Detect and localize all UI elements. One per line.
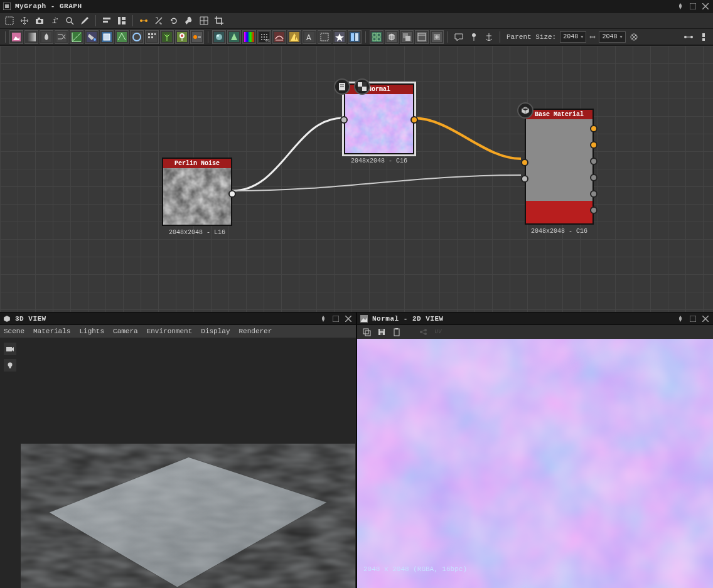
link-icon[interactable] <box>137 14 151 28</box>
info-icon[interactable]: i <box>48 14 62 28</box>
grid-node-icon[interactable] <box>145 30 159 44</box>
close-icon[interactable] <box>700 314 710 324</box>
shuffle-node-icon[interactable] <box>55 30 68 44</box>
menu-display[interactable]: Display <box>201 328 230 335</box>
cone-node-icon[interactable] <box>227 30 241 44</box>
box-node-icon[interactable] <box>385 30 399 44</box>
connector-mode-icon[interactable] <box>682 30 695 44</box>
tile-node-icon[interactable] <box>370 30 383 44</box>
close-icon[interactable] <box>343 314 353 324</box>
maximize-icon[interactable] <box>331 314 341 324</box>
svg-rect-36 <box>154 33 156 35</box>
overlap-node-icon[interactable] <box>400 30 414 44</box>
output-port-2[interactable] <box>590 141 598 149</box>
paste-icon[interactable] <box>391 326 402 338</box>
fx-node-icon[interactable] <box>100 30 114 44</box>
output-port[interactable] <box>410 116 418 124</box>
comment-icon[interactable] <box>452 30 466 44</box>
align-icon[interactable] <box>100 14 114 28</box>
pin-icon[interactable] <box>675 1 685 11</box>
curve-node-icon[interactable] <box>70 30 83 44</box>
input-port-1[interactable] <box>521 159 528 166</box>
output-port[interactable] <box>228 190 236 198</box>
viewport-2d[interactable]: 2048 x 2048 (RGBA, 16bpc) <box>357 339 713 588</box>
node-badge-cube-icon[interactable] <box>517 102 533 119</box>
pin-node-icon[interactable] <box>467 30 481 44</box>
node-badge-doc-icon[interactable] <box>334 78 350 95</box>
bridge-node-icon[interactable] <box>272 30 286 44</box>
sphere-node-icon[interactable] <box>212 30 226 44</box>
circle-node-icon[interactable] <box>130 30 144 44</box>
svg-rect-1 <box>5 4 9 8</box>
svg-rect-106 <box>6 347 12 351</box>
text-node-icon[interactable]: A <box>303 30 316 44</box>
camera-toggle-icon[interactable] <box>4 343 16 355</box>
grid-toggle-icon[interactable] <box>197 14 211 28</box>
rainbow-node-icon[interactable] <box>242 30 256 44</box>
menu-renderer[interactable]: Renderer <box>239 328 272 335</box>
star-node-icon[interactable] <box>333 30 346 44</box>
uv-icon[interactable]: UV <box>432 326 444 338</box>
reset-size-icon[interactable] <box>627 30 641 44</box>
menu-lights[interactable]: Lights <box>79 328 104 335</box>
node-normal[interactable]: Normal 2048x2048 - C16 <box>344 83 414 154</box>
node-base-material[interactable]: Base Material 2048x2048 - C16 <box>525 109 594 225</box>
drop-node-icon[interactable] <box>40 30 53 44</box>
input-port-2[interactable] <box>521 175 528 183</box>
node-badge-checker-icon[interactable] <box>354 78 370 95</box>
refresh-icon[interactable] <box>167 14 181 28</box>
copy-icon[interactable] <box>361 326 372 338</box>
svg-rect-118 <box>365 331 370 336</box>
close-icon[interactable] <box>700 1 710 11</box>
wrench-icon[interactable] <box>182 14 196 28</box>
link-toggle-icon[interactable] <box>587 30 598 44</box>
crop-icon[interactable] <box>212 14 226 28</box>
brush-icon[interactable] <box>78 14 92 28</box>
output-port-6[interactable] <box>590 206 598 214</box>
parent-size-width-dropdown[interactable]: 2048▼ <box>560 31 586 43</box>
remap-node-icon[interactable] <box>190 30 204 44</box>
output-port-3[interactable] <box>590 158 598 165</box>
parent-size-height-dropdown[interactable]: 2048▼ <box>599 31 625 43</box>
bucket-node-icon[interactable] <box>85 30 99 44</box>
maximize-icon[interactable] <box>688 314 698 324</box>
zoom-icon[interactable] <box>63 14 77 28</box>
save-icon[interactable] <box>376 326 387 338</box>
maximize-icon[interactable] <box>688 1 698 11</box>
menu-camera[interactable]: Camera <box>113 328 138 335</box>
menu-materials[interactable]: Materials <box>33 328 70 335</box>
warn-node-icon[interactable]: ! <box>287 30 301 44</box>
camera-icon[interactable] <box>33 14 46 28</box>
node-perlin-noise[interactable]: Perlin Noise 2048x2048 - L16 <box>162 158 232 226</box>
frame-node-icon[interactable] <box>318 30 331 44</box>
layout-icon[interactable] <box>115 14 129 28</box>
light-toggle-icon[interactable] <box>4 359 16 372</box>
marker-node-icon[interactable] <box>175 30 189 44</box>
window-node-icon[interactable] <box>415 30 429 44</box>
pin-icon[interactable] <box>675 314 685 324</box>
svg-point-59 <box>264 39 265 40</box>
graph-canvas[interactable]: Perlin Noise 2048x2048 - L16 Normal 2048… <box>0 45 713 312</box>
timing-icon[interactable] <box>697 30 710 44</box>
image-node-icon[interactable] <box>9 30 23 44</box>
svg-rect-95 <box>702 38 705 41</box>
unlink-icon[interactable] <box>152 14 166 28</box>
shape-node-icon[interactable] <box>115 30 129 44</box>
output-node-icon[interactable] <box>430 30 444 44</box>
split-node-icon[interactable] <box>348 30 362 44</box>
output-port-1[interactable] <box>590 125 598 132</box>
gradient-node-icon[interactable] <box>24 30 38 44</box>
output-port-4[interactable] <box>590 174 598 181</box>
pin-icon[interactable] <box>318 314 328 324</box>
select-tool-icon[interactable] <box>3 14 16 28</box>
plant-node-icon[interactable] <box>160 30 174 44</box>
viewport-3d[interactable] <box>0 338 356 588</box>
anchor-icon[interactable] <box>482 30 496 44</box>
matrix-node-icon[interactable]: 01 <box>257 30 271 44</box>
menu-environment[interactable]: Environment <box>147 328 193 335</box>
output-port-5[interactable] <box>590 190 598 198</box>
move-tool-icon[interactable] <box>18 14 31 28</box>
input-port[interactable] <box>340 116 348 124</box>
menu-scene[interactable]: Scene <box>4 328 24 335</box>
share-icon[interactable] <box>417 326 429 338</box>
